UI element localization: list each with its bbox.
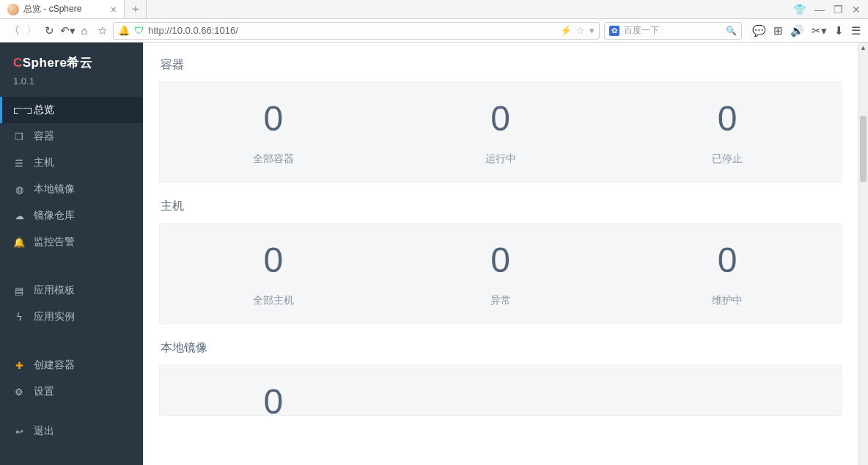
menu-icon[interactable]: ☰ (851, 24, 861, 37)
stat-value: 0 (387, 243, 614, 278)
stat-label: 全部主机 (160, 294, 387, 307)
sidebar-item-label: 监控告警 (34, 235, 75, 249)
section-title: 本地镜像 (161, 340, 840, 356)
stat-label: 运行中 (387, 153, 614, 166)
sidebar: CSphere希云 1.0.1 ⫍⫎总览❒容器☰主机◍本地镜像☁镜像仓库🔔监控告… (0, 43, 143, 465)
sidebar-item-cube[interactable]: ❒容器 (0, 123, 143, 150)
chat-icon[interactable]: 💬 (752, 24, 766, 37)
minimize-icon[interactable]: — (814, 4, 825, 15)
stat-col: 0运行中 (387, 101, 614, 166)
search-placeholder: 百度一下 (624, 24, 721, 37)
stat-col: 0异常 (387, 243, 614, 307)
url-field[interactable]: 🔔 🛡 http://10.0.0.66:1016/ ⚡ ☆ ▾ (113, 22, 600, 40)
stat-card: 0全部容器0运行中0已停止 (159, 81, 842, 183)
scrollbar[interactable]: ▲ (858, 43, 868, 465)
url-text: http://10.0.0.66:1016/ (148, 25, 556, 36)
maximize-icon[interactable]: ❐ (834, 4, 843, 15)
browser-tab-strip: 总览 - cSphere × ＋ 👕 — ❐ ✕ (0, 0, 868, 19)
plus-icon: ✚ (13, 360, 25, 371)
sidebar-item-plus[interactable]: ✚创建容器 (0, 352, 143, 378)
tab-favicon (7, 4, 19, 15)
page-content: CSphere希云 1.0.1 ⫍⫎总览❒容器☰主机◍本地镜像☁镜像仓库🔔监控告… (0, 43, 868, 465)
scrollbar-up-icon[interactable]: ▲ (858, 43, 868, 53)
browser-tab[interactable]: 总览 - cSphere × (0, 0, 125, 18)
stat-col (387, 384, 614, 399)
dropdown-icon[interactable]: ▾ (589, 25, 595, 36)
sidebar-item-label: 退出 (34, 425, 54, 438)
scrollbar-thumb[interactable] (860, 116, 867, 182)
sidebar-item-gear[interactable]: ⚙设置 (0, 378, 143, 405)
home-button[interactable]: ⌂ (78, 24, 91, 37)
server-icon: ☰ (13, 158, 25, 169)
stat-value: 0 (614, 243, 841, 278)
stat-label: 维护中 (614, 294, 841, 307)
sidebar-item-bell[interactable]: 🔔监控告警 (0, 229, 143, 255)
stat-card: 0全部主机0异常0维护中 (159, 223, 842, 324)
tshirt-icon[interactable]: 👕 (793, 4, 806, 15)
chart-icon: ⫍⫎ (13, 105, 25, 116)
download-icon[interactable]: ⬇ (834, 24, 844, 37)
section-title: 主机 (161, 199, 840, 214)
qr-icon[interactable]: ⊞ (773, 24, 783, 37)
reload-button[interactable]: ↻ (43, 24, 56, 37)
close-icon[interactable]: × (111, 4, 117, 15)
section-title: 容器 (161, 57, 840, 73)
cube-icon: ❒ (13, 131, 25, 142)
back-button[interactable]: 〈 (7, 23, 21, 37)
sidebar-item-label: 应用实例 (34, 310, 75, 323)
sidebar-item-label: 创建容器 (34, 359, 75, 372)
stat-value: 0 (160, 101, 387, 136)
search-field[interactable]: ✿ 百度一下 🔍 (604, 22, 742, 40)
new-tab-button[interactable]: ＋ (125, 0, 147, 18)
scissors-icon[interactable]: ✂▾ (812, 24, 827, 37)
stat-value: 0 (387, 101, 614, 136)
sidebar-item-chart[interactable]: ⫍⫎总览 (0, 97, 143, 123)
sidebar-item-label: 本地镜像 (34, 183, 75, 196)
tab-title: 总览 - cSphere (23, 3, 106, 15)
template-icon: ▤ (13, 285, 25, 296)
sound-icon[interactable]: 🔊 (790, 24, 804, 37)
stat-label: 全部容器 (160, 153, 387, 166)
sidebar-item-label: 容器 (34, 130, 54, 143)
stat-col (614, 384, 841, 399)
bookmark-star-button[interactable]: ☆ (95, 24, 108, 37)
notification-icon: 🔔 (118, 25, 130, 36)
sidebar-item-label: 总览 (34, 103, 54, 117)
sidebar-item-cloud[interactable]: ☁镜像仓库 (0, 202, 143, 229)
forward-button[interactable]: 〉 (25, 23, 38, 37)
sidebar-item-bolt[interactable]: ϟ应用实例 (0, 304, 143, 330)
undo-nav-button[interactable]: ↶▾ (60, 24, 73, 37)
sidebar-item-label: 设置 (34, 385, 54, 398)
browser-toolbar: 〈 〉 ↻ ↶▾ ⌂ ☆ 🔔 🛡 http://10.0.0.66:1016/ … (0, 19, 868, 43)
stat-value: 0 (614, 101, 841, 136)
stat-col: 0维护中 (614, 243, 841, 307)
close-window-icon[interactable]: ✕ (852, 4, 861, 15)
stat-card: 0 (159, 365, 842, 416)
sidebar-item-disk[interactable]: ◍本地镜像 (0, 176, 143, 202)
stat-col: 0全部容器 (160, 101, 387, 166)
sidebar-item-label: 镜像仓库 (34, 209, 75, 222)
flash-icon[interactable]: ⚡ (560, 25, 572, 36)
favorite-icon[interactable]: ☆ (576, 25, 585, 36)
exit-icon: ↩ (13, 426, 25, 437)
stat-value: 0 (160, 384, 387, 416)
sidebar-item-server[interactable]: ☰主机 (0, 150, 143, 176)
version-label: 1.0.1 (0, 76, 143, 97)
sidebar-item-label: 应用模板 (34, 284, 75, 297)
sidebar-item-exit[interactable]: ↩退出 (0, 418, 143, 444)
sidebar-item-template[interactable]: ▤应用模板 (0, 277, 143, 304)
sidebar-item-label: 主机 (34, 156, 54, 169)
cloud-icon: ☁ (13, 210, 25, 221)
baidu-icon: ✿ (609, 26, 619, 36)
stat-col: 0已停止 (614, 101, 841, 166)
search-icon[interactable]: 🔍 (726, 26, 737, 36)
stat-label: 已停止 (614, 153, 841, 166)
stat-value: 0 (160, 243, 387, 278)
stat-col: 0 (160, 384, 387, 399)
gear-icon: ⚙ (13, 387, 25, 398)
shield-icon: 🛡 (134, 25, 144, 36)
main-area: 容器0全部容器0运行中0已停止主机0全部主机0异常0维护中本地镜像0 (143, 43, 858, 465)
window-controls: 👕 — ❐ ✕ (786, 0, 868, 18)
stat-label: 异常 (387, 294, 614, 307)
stat-col: 0全部主机 (160, 243, 387, 307)
